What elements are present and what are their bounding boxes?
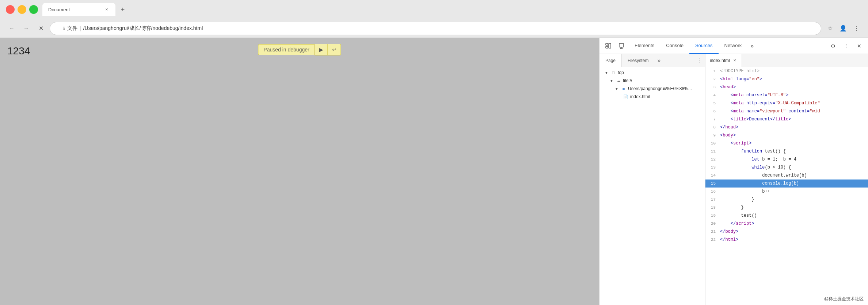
line-number: 22 xyxy=(705,238,720,242)
info-icon: ℹ xyxy=(63,26,65,31)
line-content: function test() { xyxy=(720,149,786,154)
editor-tab-index-html[interactable]: index.html ✕ xyxy=(705,54,742,67)
back-button[interactable]: ← xyxy=(6,23,18,34)
maximize-traffic-light[interactable] xyxy=(29,5,38,14)
devtools-settings-button[interactable]: ⚙ xyxy=(827,40,839,52)
tree-item-file-html[interactable]: 📄 index.html xyxy=(599,93,705,101)
line-number: 7 xyxy=(705,117,720,121)
tab-elements[interactable]: Elements xyxy=(629,38,660,54)
forward-button[interactable]: → xyxy=(20,23,32,34)
line-number: 11 xyxy=(705,149,720,154)
tree-item-folder[interactable]: ▼ ■ Users/panghongrui/%E6%88%... xyxy=(599,85,705,93)
inspect-element-button[interactable] xyxy=(602,40,614,52)
line-number: 2 xyxy=(705,77,720,81)
sidebar-tab-filesystem[interactable]: Filesystem xyxy=(622,54,654,67)
code-line: 14 document.write(b) xyxy=(705,171,868,179)
close-traffic-light[interactable] xyxy=(6,5,15,14)
editor-tab-filename: index.html xyxy=(710,58,730,63)
line-content: </body> xyxy=(720,229,738,234)
editor-tab-close[interactable]: ✕ xyxy=(732,58,737,63)
devtools-close-button[interactable]: ✕ xyxy=(853,40,865,52)
tab-console[interactable]: Console xyxy=(660,38,689,54)
folder-icon-top: □ xyxy=(610,70,616,76)
address-input[interactable]: ℹ 文件 | /Users/panghongrui/成长/博客/nodedebu… xyxy=(50,22,821,35)
browser-tab[interactable]: Document × xyxy=(42,3,115,16)
step-icon: ↩ xyxy=(332,47,336,53)
tab-network[interactable]: Network xyxy=(719,38,748,54)
bookmark-button[interactable]: ☆ xyxy=(824,23,836,34)
line-content: <script> xyxy=(720,141,751,146)
new-tab-button[interactable]: + xyxy=(117,4,129,15)
sources-sidebar-tabs: Page Filesystem » ⋮ xyxy=(599,54,705,67)
code-area[interactable]: 1<!DOCTYPE html>2<html lang="en">3<head>… xyxy=(705,67,868,305)
line-content: while(b < 10) { xyxy=(720,165,791,170)
file-icon-html: 📄 xyxy=(623,94,629,100)
line-number: 4 xyxy=(705,93,720,97)
tree-arrow-top: ▼ xyxy=(604,70,609,75)
cloud-icon: ☁ xyxy=(616,78,621,84)
line-content: <body> xyxy=(720,133,736,138)
tab-sources[interactable]: Sources xyxy=(689,38,719,54)
minimize-traffic-light[interactable] xyxy=(18,5,26,14)
step-over-button[interactable]: ↩ xyxy=(328,44,341,55)
line-content: </head> xyxy=(720,125,738,130)
line-content: <title>Document</title> xyxy=(720,117,791,122)
line-content: </html> xyxy=(720,237,738,242)
line-number: 8 xyxy=(705,125,720,130)
page-content: 1234 Paused in debugger ▶ ↩ xyxy=(0,38,599,305)
svg-rect-2 xyxy=(609,43,611,48)
tree-item-top[interactable]: ▼ □ top xyxy=(599,69,705,77)
line-content: let b = 1; b = 4 xyxy=(720,157,796,162)
sources-tree: ▼ □ top ▼ ☁ file:// ▼ ■ xyxy=(599,67,705,305)
code-line: 21</body> xyxy=(705,228,868,236)
folder-icon-users: ■ xyxy=(621,86,627,92)
line-number: 21 xyxy=(705,229,720,234)
reload-button[interactable]: ✕ xyxy=(35,23,47,34)
code-line: 10 <script> xyxy=(705,139,868,147)
code-line: 12 let b = 1; b = 4 xyxy=(705,155,868,163)
url-path: /Users/panghongrui/成长/博客/nodedebug/index… xyxy=(83,25,203,32)
resume-icon: ▶ xyxy=(319,47,323,53)
page-text: 1234 xyxy=(7,45,30,57)
devtools-menu-button[interactable]: ⋮ xyxy=(840,40,852,52)
line-content: <!DOCTYPE html> xyxy=(720,69,760,74)
sources-sidebar: Page Filesystem » ⋮ ▼ xyxy=(599,54,705,305)
line-content: test() xyxy=(720,213,757,218)
profile-button[interactable]: 👤 xyxy=(837,23,849,34)
back-icon: ← xyxy=(9,25,15,32)
tab-close-button[interactable]: × xyxy=(104,7,110,12)
line-number: 12 xyxy=(705,157,720,162)
code-line: 9<body> xyxy=(705,131,868,139)
devtools-toolbar: Elements Console Sources Network » ⚙ xyxy=(599,38,868,54)
more-tabs-button[interactable]: » xyxy=(747,38,757,54)
tree-item-file[interactable]: ▼ ☁ file:// xyxy=(599,77,705,85)
line-content: </script> xyxy=(720,221,754,226)
sidebar-menu-button[interactable]: ⋮ xyxy=(695,54,705,67)
code-line: 20 </script> xyxy=(705,220,868,228)
close-icon: ✕ xyxy=(857,43,861,49)
device-toolbar-button[interactable] xyxy=(616,40,627,52)
devtools-panel: Elements Console Sources Network » ⚙ xyxy=(599,38,868,305)
line-content: } xyxy=(720,197,754,202)
address-actions: ☆ 👤 ⋮ xyxy=(824,23,862,34)
svg-rect-0 xyxy=(606,43,608,45)
line-content: <html lang="en"> xyxy=(720,77,762,82)
devtools-tabs: Elements Console Sources Network » xyxy=(629,38,826,54)
line-content: } xyxy=(720,205,744,210)
devtools-toolbar-right: ⚙ ⋮ ✕ xyxy=(827,40,865,52)
line-number: 19 xyxy=(705,213,720,218)
svg-rect-4 xyxy=(620,48,623,49)
resume-button[interactable]: ▶ xyxy=(315,44,328,55)
editor-tab-bar: index.html ✕ xyxy=(705,54,868,67)
debugger-badge: Paused in debugger xyxy=(258,44,315,55)
sidebar-tab-page[interactable]: Page xyxy=(599,54,622,67)
code-line: 7 <title>Document</title> xyxy=(705,115,868,123)
code-editor: index.html ✕ 1<!DOCTYPE html>2<html lang… xyxy=(705,54,868,305)
svg-rect-3 xyxy=(619,43,624,47)
code-line: 19 test() xyxy=(705,212,868,220)
svg-rect-1 xyxy=(606,46,608,48)
more-button[interactable]: ⋮ xyxy=(850,23,862,34)
forward-icon: → xyxy=(23,25,29,32)
sidebar-more-tabs[interactable]: » xyxy=(654,54,663,67)
reload-icon: ✕ xyxy=(39,25,43,32)
